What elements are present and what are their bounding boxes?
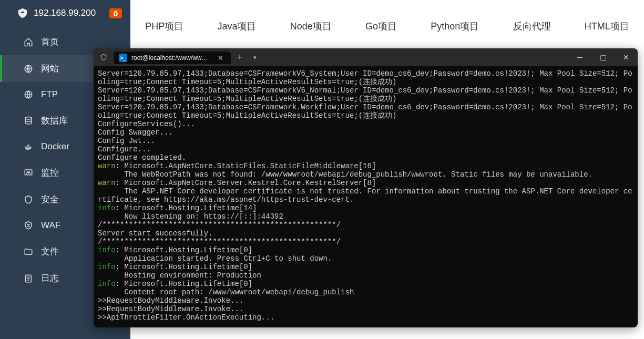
- sidebar-header: 192.168.99.200 0: [0, 0, 130, 28]
- svg-rect-0: [21, 12, 24, 13]
- waf-icon: [23, 220, 34, 231]
- terminal-maximize-icon[interactable]: ▢: [591, 48, 615, 66]
- database-icon: [23, 116, 34, 126]
- monitor-icon: [23, 168, 34, 178]
- main-area: PHP项目Java项目Node项目Go项目Python项目反向代理HTML项目 …: [130, 0, 644, 339]
- ftp-icon: [23, 89, 34, 100]
- terminal-dropdown-icon[interactable]: ▾: [249, 54, 261, 61]
- terminal-tab-title: root@localhost:/www/wwwro: [131, 54, 210, 61]
- sidebar-item-label: 监控: [41, 167, 59, 179]
- terminal-minimize-icon[interactable]: ─: [568, 48, 591, 66]
- terminal-close-icon[interactable]: ✕: [615, 48, 638, 66]
- sidebar-item-label: 文件: [41, 245, 59, 258]
- terminal-window: >_ root@localhost:/www/wwwro ✕ + ▾ ─ ▢ ✕…: [94, 48, 638, 327]
- sidebar-item-label: 数据库: [41, 115, 68, 127]
- tab-item[interactable]: Python项目: [426, 16, 483, 37]
- sidebar-item-label: Docker: [41, 141, 69, 152]
- log-icon: [23, 273, 34, 284]
- sidebar-item-label: 首页: [41, 36, 59, 48]
- docker-icon: [23, 141, 34, 152]
- shield-icon: [23, 194, 34, 205]
- tab-item[interactable]: Java项目: [213, 16, 260, 37]
- panel-logo-icon: [17, 7, 28, 19]
- tab-item[interactable]: 反向代理: [509, 16, 555, 37]
- globe-icon: [23, 64, 34, 74]
- home-icon: [23, 37, 34, 47]
- tab-item[interactable]: HTML项目: [580, 16, 633, 37]
- terminal-tab-close-icon[interactable]: ✕: [214, 54, 227, 62]
- terminal-output[interactable]: Server=120.79.85.97,1433;Database=CSFram…: [94, 66, 638, 327]
- terminal-tab[interactable]: >_ root@localhost:/www/wwwro ✕: [114, 52, 231, 64]
- sidebar-item-label: 安全: [41, 193, 59, 206]
- tab-item[interactable]: Go项目: [361, 16, 401, 37]
- sidebar-item-label: 网站: [41, 63, 59, 75]
- terminal-new-tab-icon[interactable]: +: [231, 52, 249, 63]
- sidebar-item-label: 日志: [41, 272, 59, 284]
- svg-point-3: [25, 117, 32, 119]
- notification-badge[interactable]: 0: [109, 8, 122, 18]
- project-tabs: PHP项目Java项目Node项目Go项目Python项目反向代理HTML项目: [130, 0, 644, 46]
- sidebar-item-label: WAF: [41, 220, 60, 231]
- tab-item[interactable]: PHP项目: [141, 16, 188, 37]
- server-ip: 192.168.99.200: [34, 8, 104, 18]
- folder-icon: [23, 246, 34, 257]
- sidebar-item-label: FTP: [41, 89, 58, 100]
- terminal-titlebar: >_ root@localhost:/www/wwwro ✕ + ▾ ─ ▢ ✕: [94, 48, 638, 66]
- powershell-icon: >_: [119, 54, 127, 62]
- tab-item[interactable]: Node项目: [286, 16, 336, 37]
- terminal-shield-icon: [94, 54, 114, 61]
